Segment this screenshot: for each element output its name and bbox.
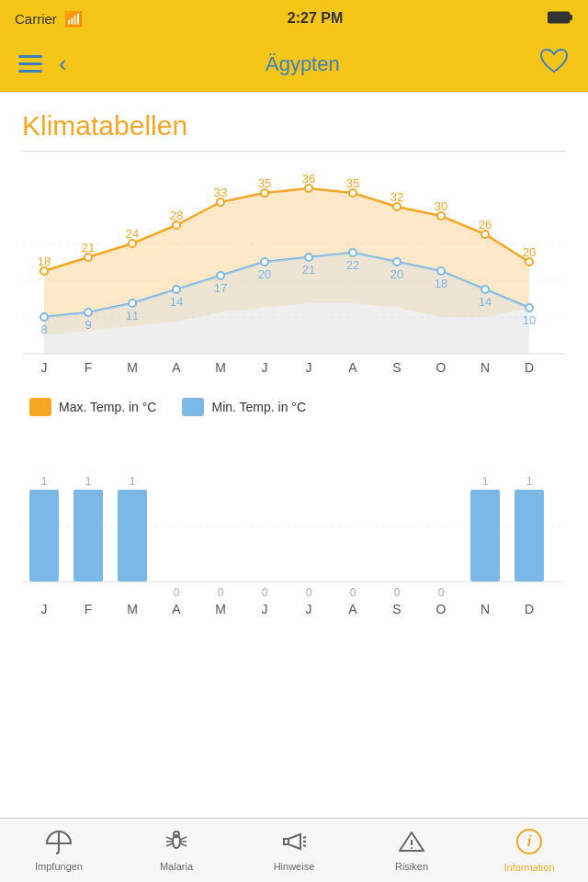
svg-text:11: 11 <box>126 309 139 322</box>
svg-text:20: 20 <box>523 245 536 259</box>
svg-text:0: 0 <box>218 586 224 599</box>
svg-text:14: 14 <box>170 295 183 309</box>
tab-malaria-label: Malaria <box>160 861 193 872</box>
svg-text:S: S <box>392 360 401 375</box>
svg-text:J: J <box>306 360 312 375</box>
tab-information[interactable]: i Information <box>470 819 588 882</box>
svg-rect-76 <box>470 490 500 582</box>
svg-text:1: 1 <box>41 475 48 488</box>
tab-malaria[interactable]: Malaria <box>118 819 235 882</box>
legend-max-color <box>29 398 51 416</box>
svg-text:30: 30 <box>435 199 447 213</box>
svg-text:J: J <box>262 360 268 375</box>
svg-text:18: 18 <box>38 254 51 268</box>
svg-text:35: 35 <box>258 176 271 190</box>
svg-text:D: D <box>525 360 534 375</box>
time-label: 2:27 PM <box>288 10 343 27</box>
svg-point-44 <box>349 249 356 256</box>
svg-text:36: 36 <box>302 172 315 186</box>
svg-point-38 <box>217 272 224 279</box>
svg-text:A: A <box>172 360 181 375</box>
tab-hinweise[interactable]: Hinweise <box>235 819 353 882</box>
favorite-button[interactable] <box>538 47 570 81</box>
back-button[interactable]: ‹ <box>59 50 67 78</box>
svg-text:28: 28 <box>170 209 183 222</box>
megaphone-icon <box>280 829 308 858</box>
svg-text:F: F <box>85 360 93 375</box>
svg-rect-0 <box>548 12 570 23</box>
legend-min: Min. Temp. in °C <box>182 398 306 416</box>
svg-text:8: 8 <box>40 322 47 336</box>
mosquito-icon <box>163 829 190 858</box>
svg-line-108 <box>303 845 306 846</box>
svg-text:O: O <box>436 602 447 616</box>
svg-point-52 <box>526 304 533 311</box>
svg-text:1: 1 <box>526 475 533 488</box>
svg-text:J: J <box>262 602 268 616</box>
svg-text:26: 26 <box>479 218 492 232</box>
svg-point-110 <box>411 847 413 849</box>
svg-point-20 <box>349 189 356 197</box>
svg-point-14 <box>217 198 224 206</box>
bar-chart: 1 1 1 1 1 0 0 0 0 0 0 0 J F M A M J <box>22 435 566 618</box>
status-bar: Carrier 📶 2:27 PM <box>0 0 588 37</box>
svg-text:M: M <box>127 602 138 616</box>
svg-text:M: M <box>215 602 226 616</box>
svg-point-40 <box>261 258 268 266</box>
legend-min-label: Min. Temp. in °C <box>211 400 306 414</box>
svg-point-50 <box>481 286 489 293</box>
svg-text:J: J <box>306 602 312 616</box>
svg-line-102 <box>166 843 173 846</box>
svg-text:M: M <box>215 360 226 375</box>
wifi-icon: 📶 <box>64 11 83 27</box>
svg-text:0: 0 <box>438 586 445 599</box>
svg-rect-75 <box>118 490 147 582</box>
tab-information-label: Information <box>503 862 554 873</box>
tab-risiken[interactable]: Risiken <box>353 819 470 882</box>
svg-rect-77 <box>514 490 544 582</box>
svg-text:F: F <box>85 602 93 616</box>
svg-text:O: O <box>436 360 447 375</box>
info-icon: i <box>515 828 543 859</box>
svg-text:20: 20 <box>390 267 403 281</box>
svg-text:S: S <box>392 602 401 616</box>
svg-point-48 <box>437 267 445 275</box>
svg-text:14: 14 <box>479 295 492 309</box>
svg-text:33: 33 <box>214 186 227 199</box>
tab-impfungen-label: Impfungen <box>35 861 83 872</box>
svg-point-16 <box>261 189 268 197</box>
svg-text:9: 9 <box>85 318 91 332</box>
umbrella-icon <box>45 829 73 858</box>
svg-point-22 <box>393 203 401 210</box>
svg-text:22: 22 <box>346 258 359 272</box>
tab-impfungen[interactable]: Impfungen <box>0 819 118 882</box>
svg-text:N: N <box>481 602 490 616</box>
svg-text:32: 32 <box>390 190 403 204</box>
svg-text:J: J <box>41 360 48 375</box>
svg-text:N: N <box>481 360 490 375</box>
tab-hinweise-label: Hinweise <box>274 861 315 872</box>
svg-point-8 <box>85 254 92 261</box>
svg-text:10: 10 <box>523 313 536 327</box>
svg-text:A: A <box>172 602 181 616</box>
menu-button[interactable] <box>18 55 42 73</box>
main-content: Klimatabellen 18 <box>0 92 588 818</box>
svg-point-12 <box>173 221 180 229</box>
page-title: Ägypten <box>266 52 340 76</box>
svg-text:24: 24 <box>126 227 139 241</box>
svg-point-30 <box>40 313 48 321</box>
tab-bar: Impfungen Malaria <box>0 818 588 882</box>
svg-point-18 <box>305 185 312 192</box>
divider <box>22 151 566 152</box>
svg-text:0: 0 <box>306 586 312 599</box>
svg-point-26 <box>481 231 489 238</box>
svg-text:0: 0 <box>394 586 401 599</box>
svg-text:1: 1 <box>482 475 489 488</box>
svg-point-46 <box>393 258 401 266</box>
svg-text:0: 0 <box>262 586 268 599</box>
svg-rect-74 <box>74 490 103 582</box>
svg-point-34 <box>129 300 136 307</box>
svg-text:M: M <box>127 360 138 375</box>
svg-point-28 <box>526 258 533 266</box>
svg-text:21: 21 <box>82 241 95 254</box>
